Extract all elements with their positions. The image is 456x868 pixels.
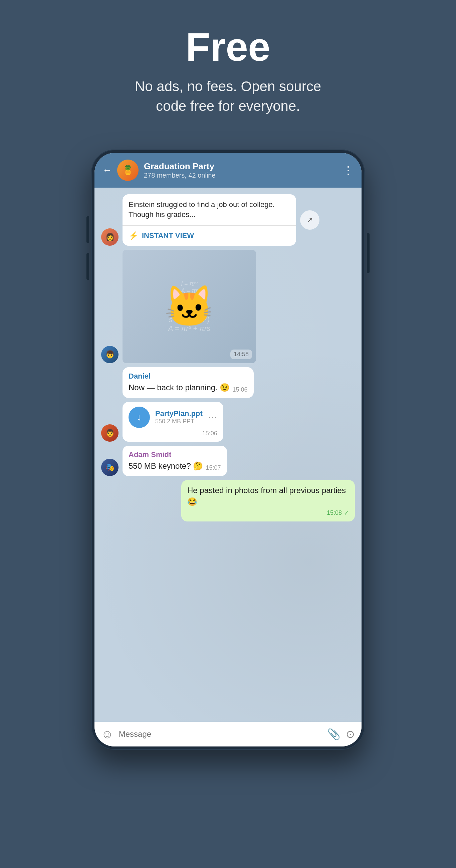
- sticker-time: 14:58: [230, 349, 252, 359]
- file-bubble: ↓ PartyPlan.ppt 550.2 MB PPT ⋯ 15:06: [123, 402, 223, 442]
- lightning-icon: ⚡: [128, 231, 139, 240]
- table-row: 👨 ↓ PartyPlan.ppt 550.2 MB PPT ⋯ 15:06: [101, 402, 355, 442]
- hero-section: Free No ads, no fees. Open sourcecode fr…: [0, 0, 456, 136]
- table-row: 🎭 Adam Smidt 550 MB keynote? 🤔 15:07: [101, 446, 355, 476]
- message-text: He pasted in photos from all previous pa…: [187, 485, 349, 507]
- chat-members: 278 members, 42 online: [144, 172, 337, 179]
- emoji-button[interactable]: ☺: [101, 727, 114, 741]
- avatar: 👩: [101, 228, 119, 246]
- chat-area: 👩 Einstein struggled to find a job out o…: [94, 188, 362, 722]
- instant-view-label: INSTANT VIEW: [142, 231, 194, 240]
- message-time: 15:07: [206, 464, 221, 471]
- sticker-row: 👦 l = πr² A = πr V = l³ P = 2πr A = πr³ …: [101, 250, 355, 363]
- hero-subtitle: No ads, no fees. Open sourcecode free fo…: [13, 77, 443, 116]
- attach-button[interactable]: 📎: [327, 728, 340, 741]
- avatar: 🎭: [101, 459, 119, 476]
- share-button[interactable]: ↗: [300, 210, 320, 230]
- avatar: 👨: [101, 424, 119, 442]
- phone-button-volume-up: [87, 216, 89, 243]
- article-bubble: Einstein struggled to find a job out of …: [123, 194, 296, 246]
- input-bar: ☺ 📎 ⊙: [94, 722, 362, 746]
- chat-name: Graduation Party: [144, 161, 337, 172]
- back-button[interactable]: ←: [102, 165, 112, 176]
- download-button[interactable]: ↓: [128, 407, 150, 428]
- cat-sticker: 🐱: [164, 283, 214, 330]
- checkmark-icon: ✓: [344, 509, 349, 517]
- phone-wrapper: ← 🍍 Graduation Party 278 members, 42 onl…: [91, 150, 365, 750]
- instant-view-button[interactable]: ⚡ INSTANT VIEW: [123, 225, 296, 246]
- file-info: PartyPlan.ppt 550.2 MB PPT: [155, 409, 203, 425]
- message-time: 15:06: [232, 386, 247, 393]
- more-button[interactable]: ⋮: [343, 164, 354, 177]
- camera-button[interactable]: ⊙: [346, 728, 355, 741]
- file-name: PartyPlan.ppt: [155, 409, 203, 418]
- table-row: He pasted in photos from all previous pa…: [101, 480, 355, 521]
- table-row: 👩 Einstein struggled to find a job out o…: [101, 194, 355, 246]
- phone-inner: ← 🍍 Graduation Party 278 members, 42 onl…: [94, 153, 362, 746]
- group-avatar: 🍍: [117, 160, 139, 181]
- message-time: 15:06: [202, 430, 217, 437]
- sender-name: Daniel: [128, 372, 248, 380]
- outgoing-bubble: He pasted in photos from all previous pa…: [181, 480, 355, 521]
- avatar: 👦: [101, 346, 119, 363]
- sticker-image: l = πr² A = πr V = l³ P = 2πr A = πr³ s …: [123, 250, 256, 363]
- hero-title: Free: [13, 27, 443, 67]
- chat-header: ← 🍍 Graduation Party 278 members, 42 onl…: [94, 153, 362, 188]
- file-size: 550.2 MB PPT: [155, 418, 203, 425]
- message-text: Now — back to planning. 😉: [128, 382, 230, 393]
- phone-frame: ← 🍍 Graduation Party 278 members, 42 onl…: [91, 150, 365, 750]
- message-text: 550 MB keynote? 🤔: [128, 460, 203, 472]
- table-row: Daniel Now — back to planning. 😉 15:06: [101, 367, 355, 398]
- chat-info: Graduation Party 278 members, 42 online: [144, 161, 337, 179]
- file-content: ↓ PartyPlan.ppt 550.2 MB PPT ⋯: [128, 407, 217, 428]
- text-bubble: Daniel Now — back to planning. 😉 15:06: [123, 367, 254, 398]
- message-input[interactable]: [119, 730, 322, 739]
- sender-name: Adam Smidt: [128, 451, 221, 459]
- article-text: Einstein struggled to find a job out of …: [123, 194, 296, 226]
- phone-button-power: [367, 233, 369, 273]
- message-time: 15:08: [327, 509, 342, 517]
- text-bubble: Adam Smidt 550 MB keynote? 🤔 15:07: [123, 446, 227, 476]
- message-meta: 15:08 ✓: [187, 509, 349, 517]
- file-more-button[interactable]: ⋯: [208, 412, 217, 423]
- phone-button-volume-down: [87, 253, 89, 280]
- message-meta: 15:06: [128, 430, 217, 437]
